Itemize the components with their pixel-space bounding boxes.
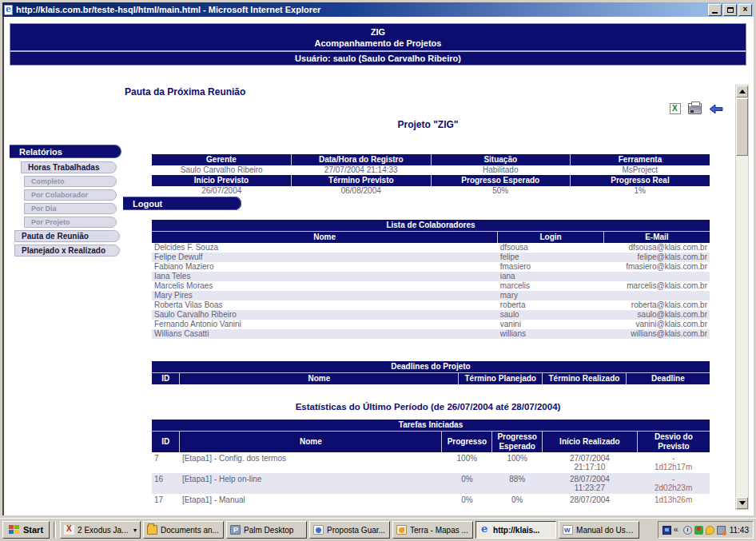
window-title: http://klais.com.br/teste-hsql/html/main… [16,5,706,14]
maximize-button[interactable] [723,4,737,16]
excel-export-icon[interactable] [670,103,681,114]
cell: Mary Pires [152,291,498,300]
browser-window: http://klais.com.br/teste-hsql/html/main… [0,0,756,518]
cell: marcelis [498,281,604,291]
table-row: Marcelis Moraesmarcelismarcelis@klais.co… [152,281,710,291]
cell: Iana Teles [152,272,498,281]
terra-icon [396,525,407,535]
tray-icons [662,526,726,535]
cell: Saulo Carvalho Ribeiro [152,165,292,175]
column-header: Progresso Esperado [492,432,543,453]
taskbar: Start 2 Exodus Ja...▾Documents an...Palm… [0,518,756,541]
deadlines-table: Deadlines do Projeto ID Nome Término Pla… [152,361,710,384]
cell: 0% [442,494,492,507]
sidebar-item-relatorios[interactable]: Relatórios [10,145,121,158]
table-row: 17[Etapa1] - Manual0%0%28/07/20041d13h26… [152,494,710,507]
cell: 0% [492,494,543,507]
network-icon[interactable] [717,526,726,535]
scroll-up-button[interactable] [736,86,748,97]
taskbar-divider [54,522,56,538]
taskbar-clock: 11:43 [728,526,749,535]
taskbar-button-proposta[interactable]: Proposta Guar... [309,521,390,539]
dropdown-arrow-icon: ▾ [133,527,137,534]
table-title-row: Deadlines do Projeto [152,361,710,373]
taskbar-button-manual[interactable]: Manual do Usu... [559,521,639,539]
sidebar-item-planejado-x-realizado[interactable]: Planejado x Realizado [14,245,120,257]
cell: Saulo Carvalho Ribeiro [152,310,498,320]
cell: 50% [431,186,571,196]
cell: 1% [571,186,710,196]
person-icon[interactable] [694,526,703,535]
minimize-button[interactable] [708,4,722,16]
cell: 17 [152,494,180,507]
cell: 0% [442,473,492,494]
cell: 28/07/2004 [543,494,638,507]
sidebar-item-por-dia[interactable]: Por Dia [24,203,117,214]
taskbar-button-terra-mapas[interactable]: Terra - Mapas ... [392,521,473,539]
project-info-table: Gerente Data/Hora do Registro Situação F… [152,154,710,196]
sidebar-item-horas-trabalhadas[interactable]: Horas Trabalhadas [21,161,117,173]
table-row: 26/07/2004 06/08/2004 50% 1% [152,186,710,196]
cell: willians [498,329,604,339]
cell: 16 [152,473,180,494]
cell: 100% [442,452,492,473]
start-label: Start [23,525,43,535]
taskbar-button-klais[interactable]: http://klais... [475,521,556,539]
tasks-tbody: 7[Etapa1] - Config. dos termos100%100%27… [152,452,710,507]
cell: Fernando Antonio Vanini [152,320,498,329]
column-header: Término Previsto [292,175,432,186]
taskbar-button-label: Documents an... [161,526,220,535]
vertical-scrollbar[interactable] [735,85,749,510]
sidebar-item-completo[interactable]: Completo [24,176,117,187]
print-icon[interactable] [688,103,702,114]
sidebar-item-por-projeto[interactable]: Por Projeto [24,217,117,228]
proposta-icon [313,525,324,535]
start-button[interactable]: Start [2,521,50,539]
taskbar-button-label: Palm Desktop [244,526,303,535]
column-header: Nome [152,232,498,244]
table-title-row: Tarefas Iniciadas [152,420,710,432]
cell: dfsousa [498,243,604,253]
table-header-row: Início Previsto Término Previsto Progres… [152,175,710,186]
cell: -2d02h23m [637,473,710,494]
user-line: Usuário: saulo (Saulo Carvalho Ribeiro) [10,52,746,65]
messenger-balloon-icon[interactable] [706,526,714,535]
table-row: Delcides F. Souzadfsousadfsousa@klais.co… [152,243,710,253]
cell: Felipe Dewulf [152,253,498,262]
cell: 26/07/2004 [152,186,292,196]
monitor-icon[interactable] [662,526,671,535]
column-header: Nome [180,432,442,453]
sidebar-item-pauta-de-reuniao[interactable]: Pauta de Reunião [14,230,120,242]
cell: iana [498,272,604,281]
table-title-row: Lista de Colaboradores [152,220,710,232]
cell: -1d12h17m [637,452,710,473]
cell: MsProject [571,165,710,175]
taskbar-button-palm-desktop[interactable]: Palm Desktop [226,521,307,539]
scroll-down-button[interactable] [736,497,748,509]
back-arrow-icon[interactable] [709,104,723,114]
ie-page-icon [4,5,13,15]
cell: [Etapa1] - Help on-line [180,473,442,494]
scrollbar-thumb[interactable] [736,98,748,156]
column-header: Ferramenta [571,154,710,165]
table-row: 16[Etapa1] - Help on-line0%88%28/07/2004… [152,473,710,494]
taskbar-button-exodus[interactable]: 2 Exodus Ja...▾ [60,521,141,539]
cell: 27/07/2004 21:14:33 [292,165,432,175]
table-header-row: ID Nome Progresso Progresso Esperado Iní… [152,432,710,453]
taskbar-button-label: http://klais... [493,526,552,535]
close-button[interactable]: × [738,4,752,16]
cell: Roberta Vilas Boas [152,300,498,310]
cell: 100% [492,452,543,473]
sidebar-item-por-colaborador[interactable]: Por Colaborador [24,189,117,201]
hidden-icons-chevron[interactable] [674,526,681,535]
main-frame: Pauta da Próxima Reunião Projeto "ZIG" G… [123,69,733,511]
folder-icon [147,525,157,535]
scheduler-icon[interactable] [683,526,692,535]
cell: roberta@klais.com.br [603,300,710,310]
taskbar-button-documents[interactable]: Documents an... [143,521,224,539]
cell: dfsousa@klais.com.br [603,243,710,253]
system-tray: 11:43 [658,521,754,539]
column-header: Desvio do Previsto [637,432,710,453]
column-header: Deadline [626,373,710,385]
cell: mary [498,291,604,300]
